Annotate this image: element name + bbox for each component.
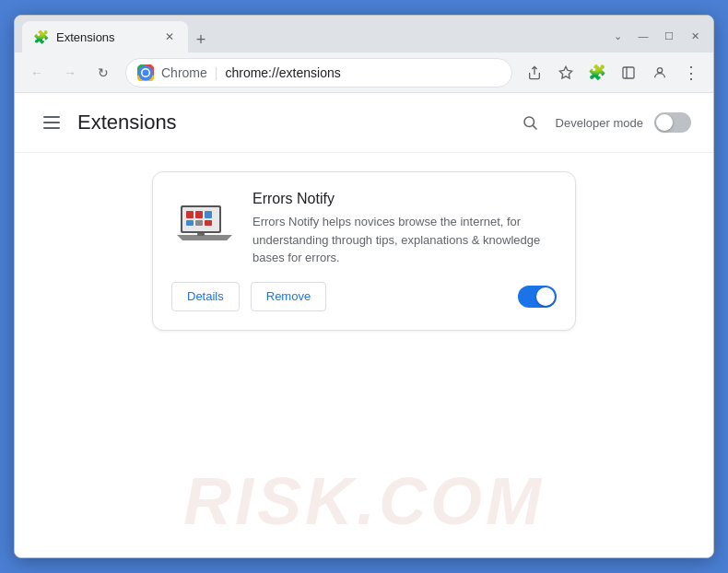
remove-button[interactable]: Remove <box>251 282 326 311</box>
details-button[interactable]: Details <box>171 282 240 311</box>
bookmark-button[interactable] <box>551 58 581 88</box>
chevron-down-button[interactable]: ⌄ <box>606 25 628 47</box>
address-separator: | <box>215 65 218 80</box>
forward-button[interactable]: → <box>55 58 85 88</box>
developer-mode-label: Developer mode <box>556 116 643 130</box>
extension-description: Errors Notify helps novices browse the i… <box>252 213 557 267</box>
svg-point-6 <box>524 117 534 127</box>
extension-name: Errors Notify <box>252 191 557 207</box>
chrome-icon <box>137 64 154 81</box>
svg-rect-9 <box>182 207 219 231</box>
menu-button[interactable]: ⋮ <box>676 58 706 88</box>
watermark-text: RISK.COM <box>183 463 545 539</box>
extension-info: Errors Notify Errors Notify helps novice… <box>252 191 557 267</box>
extension-enable-toggle[interactable] <box>518 286 557 308</box>
extension-card: Errors Notify Errors Notify helps novice… <box>152 171 576 331</box>
new-tab-button[interactable]: + <box>188 27 214 53</box>
svg-rect-3 <box>623 67 634 78</box>
page-title: Extensions <box>77 111 177 134</box>
title-bar: 🧩 Extensions ✕ + ⌄ — ☐ ✕ <box>15 16 713 53</box>
toolbar-icons: 🧩 ⋮ <box>520 58 706 88</box>
toggle-knob <box>656 114 673 131</box>
extension-icon <box>175 198 234 250</box>
address-bar[interactable]: Chrome | chrome://extensions <box>125 58 512 88</box>
close-button[interactable]: ✕ <box>684 25 706 47</box>
window-controls: ⌄ — ☐ ✕ <box>606 25 706 53</box>
browser-window: 🧩 Extensions ✕ + ⌄ — ☐ ✕ ← → ↻ Chro <box>14 15 714 558</box>
svg-line-7 <box>533 125 536 129</box>
address-chrome-label: Chrome <box>161 65 207 80</box>
reload-button[interactable]: ↻ <box>88 58 118 88</box>
svg-rect-11 <box>195 211 203 218</box>
address-url: chrome://extensions <box>225 65 340 80</box>
active-tab[interactable]: 🧩 Extensions ✕ <box>22 21 188 53</box>
toolbar: ← → ↻ Chrome | chrome://extensions <box>15 53 713 93</box>
sidebar-button[interactable] <box>614 58 643 88</box>
card-bottom: Details Remove <box>171 282 557 311</box>
svg-rect-14 <box>195 220 203 226</box>
tab-close-button[interactable]: ✕ <box>162 29 177 44</box>
minimize-button[interactable]: — <box>632 25 654 47</box>
developer-mode-toggle[interactable] <box>654 112 691 133</box>
maximize-button[interactable]: ☐ <box>658 25 680 47</box>
svg-rect-16 <box>197 233 205 236</box>
extensions-puzzle-button[interactable]: 🧩 <box>582 58 612 88</box>
svg-point-5 <box>657 67 662 72</box>
back-button[interactable]: ← <box>22 58 52 88</box>
svg-point-2 <box>143 69 149 76</box>
card-top: Errors Notify Errors Notify helps novice… <box>171 191 557 267</box>
search-button[interactable] <box>515 108 545 137</box>
page-content: Extensions Developer mode 9 RISK.COM <box>15 93 713 557</box>
share-button[interactable] <box>520 58 549 88</box>
tab-favicon-icon: 🧩 <box>33 29 49 44</box>
header-right: Developer mode <box>515 108 691 137</box>
menu-hamburger-button[interactable] <box>37 108 66 137</box>
extension-icon-area <box>171 191 238 257</box>
extensions-header: Extensions Developer mode <box>15 93 713 153</box>
svg-rect-13 <box>186 220 194 226</box>
svg-rect-10 <box>186 211 194 218</box>
extensions-main: 9 RISK.COM <box>15 153 713 557</box>
extension-toggle-knob <box>536 287 555 306</box>
tab-title: Extensions <box>56 30 155 44</box>
profile-button[interactable] <box>645 58 675 88</box>
svg-rect-15 <box>205 220 212 226</box>
svg-rect-12 <box>205 211 212 218</box>
